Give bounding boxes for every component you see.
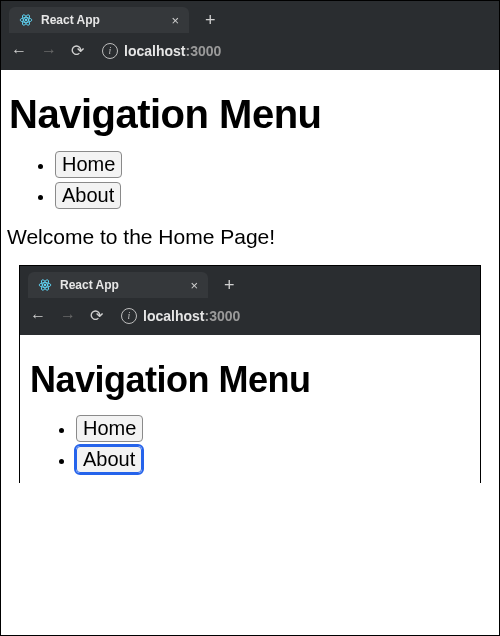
about-button[interactable]: About <box>55 182 121 209</box>
nav-bar: ← → ⟳ i localhost:3000 <box>1 33 499 70</box>
list-item: About <box>55 182 491 209</box>
new-tab-button[interactable]: + <box>197 8 224 33</box>
list-item: Home <box>76 415 470 442</box>
reload-button[interactable]: ⟳ <box>71 41 84 60</box>
close-icon[interactable]: × <box>190 279 198 292</box>
page-content: Navigation Menu Home About <box>20 335 480 483</box>
react-icon <box>38 278 52 292</box>
site-info-icon[interactable]: i <box>121 308 137 324</box>
new-tab-button[interactable]: + <box>216 273 243 298</box>
address-bar[interactable]: i localhost:3000 <box>117 307 244 325</box>
back-button[interactable]: ← <box>11 42 27 60</box>
home-button[interactable]: Home <box>55 151 122 178</box>
tab-title: React App <box>41 13 163 27</box>
tab[interactable]: React App × <box>9 7 189 33</box>
tab[interactable]: React App × <box>28 272 208 298</box>
nav-list: Home About <box>55 151 491 209</box>
back-button[interactable]: ← <box>30 307 46 325</box>
close-icon[interactable]: × <box>171 14 179 27</box>
about-button[interactable]: About <box>76 446 142 473</box>
nav-list: Home About <box>76 415 470 473</box>
site-info-icon[interactable]: i <box>102 43 118 59</box>
address-bar[interactable]: i localhost:3000 <box>98 42 225 60</box>
url-host: localhost <box>143 308 204 324</box>
browser-chrome: React App × + ← → ⟳ i localhost:3000 <box>20 266 480 335</box>
tab-bar: React App × + <box>1 1 499 33</box>
list-item: About <box>76 446 470 473</box>
welcome-text: Welcome to the Home Page! <box>7 225 491 249</box>
list-item: Home <box>55 151 491 178</box>
page-heading: Navigation Menu <box>9 92 491 137</box>
react-icon <box>19 13 33 27</box>
nav-bar: ← → ⟳ i localhost:3000 <box>20 298 480 335</box>
url-port: :3000 <box>185 43 221 59</box>
svg-point-0 <box>25 19 27 21</box>
home-button[interactable]: Home <box>76 415 143 442</box>
tab-title: React App <box>60 278 182 292</box>
browser-chrome: React App × + ← → ⟳ i localhost:3000 <box>1 1 499 70</box>
browser-window-2: React App × + ← → ⟳ i localhost:3000 Nav… <box>19 265 481 483</box>
browser-window-1: React App × + ← → ⟳ i localhost:3000 Nav… <box>1 1 499 261</box>
forward-button[interactable]: → <box>41 42 57 60</box>
tab-bar: React App × + <box>20 266 480 298</box>
page-heading: Navigation Menu <box>30 359 470 401</box>
reload-button[interactable]: ⟳ <box>90 306 103 325</box>
forward-button[interactable]: → <box>60 307 76 325</box>
url-port: :3000 <box>204 308 240 324</box>
url-host: localhost <box>124 43 185 59</box>
svg-point-4 <box>44 284 46 286</box>
page-content: Navigation Menu Home About Welcome to th… <box>1 70 499 261</box>
